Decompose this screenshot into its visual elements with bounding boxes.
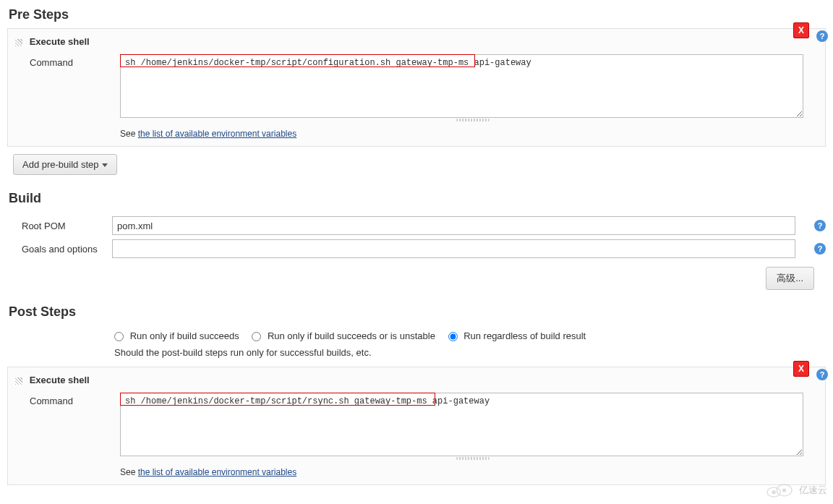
help-icon[interactable]: ? xyxy=(814,243,826,255)
svg-point-3 xyxy=(783,489,786,492)
radio-succeeds[interactable]: Run only if build succeeds xyxy=(114,330,239,341)
see-env-vars-text: See the list of available environment va… xyxy=(120,126,296,139)
help-icon[interactable]: ? xyxy=(816,30,828,42)
build-heading: Build xyxy=(0,184,833,212)
svg-point-2 xyxy=(772,491,775,492)
command-textarea[interactable] xyxy=(120,54,803,118)
goals-input[interactable] xyxy=(112,239,795,258)
step-header[interactable]: Execute shell xyxy=(15,375,818,385)
env-vars-link[interactable]: the list of available environment variab… xyxy=(138,467,296,477)
step-title: Execute shell xyxy=(30,375,90,385)
pre-step-execute-shell: X ? Execute shell Command See the list o… xyxy=(7,28,826,147)
root-pom-label: Root POM xyxy=(7,221,112,231)
advanced-button[interactable]: 高级... xyxy=(766,267,814,290)
add-pre-build-step-button[interactable]: Add pre-build step xyxy=(13,154,117,175)
goals-label: Goals and options xyxy=(7,244,112,255)
see-env-vars-text: See the list of available environment va… xyxy=(120,464,296,477)
root-pom-input[interactable] xyxy=(112,216,795,235)
radio-unstable[interactable]: Run only if build succeeds or is unstabl… xyxy=(252,330,435,341)
step-title: Execute shell xyxy=(30,36,90,47)
post-steps-hint: Should the post-build steps run only for… xyxy=(0,344,833,367)
drag-handle-icon[interactable] xyxy=(15,39,22,46)
resize-handle-icon[interactable] xyxy=(456,119,490,121)
post-steps-heading: Post Steps xyxy=(0,297,833,325)
step-header[interactable]: Execute shell xyxy=(15,36,818,47)
post-step-execute-shell: X ? Execute shell Command See the list o… xyxy=(7,367,826,485)
command-label: Command xyxy=(15,54,120,68)
help-icon[interactable]: ? xyxy=(816,369,828,380)
command-label: Command xyxy=(15,393,120,406)
post-steps-run-condition: Run only if build succeeds Run only if b… xyxy=(0,325,833,344)
delete-button[interactable]: X xyxy=(793,22,809,38)
delete-button[interactable]: X xyxy=(793,361,809,377)
radio-regardless[interactable]: Run regardless of build result xyxy=(448,330,586,341)
env-vars-link[interactable]: the list of available environment variab… xyxy=(138,129,296,139)
command-textarea[interactable] xyxy=(120,393,803,456)
drag-handle-icon[interactable] xyxy=(15,377,22,385)
help-icon[interactable]: ? xyxy=(814,220,826,231)
pre-steps-heading: Pre Steps xyxy=(0,0,833,28)
resize-handle-icon[interactable] xyxy=(456,457,490,460)
watermark: 亿速云 xyxy=(764,482,827,492)
caret-down-icon xyxy=(102,163,108,167)
